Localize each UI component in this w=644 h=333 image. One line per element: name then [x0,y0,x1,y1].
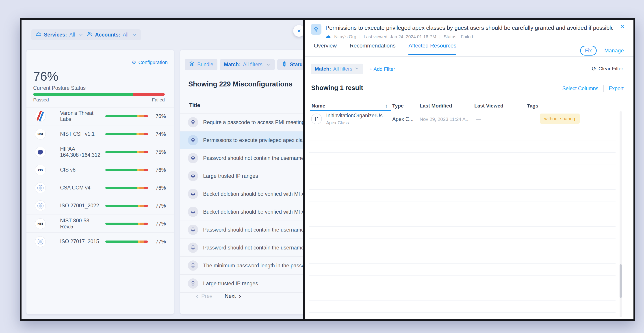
framework-row[interactable]: CSA CCM v4 76% [26,179,174,197]
framework-logo-icon [35,200,46,211]
posture-status-card: ⚙ Configuration 76% Current Posture Stat… [26,50,174,315]
clear-filter-button[interactable]: ↺ Clear Filter [591,66,623,72]
resource-type: Apex C... [392,116,414,122]
column-type[interactable]: Type [392,103,404,109]
framework-row[interactable]: ISO 27017_2015 77% [26,233,174,250]
services-value: All [69,32,75,38]
empty-row-separators [309,128,616,319]
detail-close-button[interactable]: × [620,22,624,30]
posture-score: 76% [33,69,58,83]
failed-segment [133,93,165,96]
column-tags[interactable]: Tags [527,103,538,109]
framework-percent: 77% [156,239,166,245]
column-last-viewed[interactable]: Last Viewed [474,103,504,109]
column-name[interactable]: Name [312,103,325,109]
match-label: Match: [224,62,240,68]
traffic-light-icon [281,61,287,68]
configuration-link[interactable]: ⚙ Configuration [132,59,168,65]
framework-name: ISO 27017_2015 [60,239,99,245]
select-columns-link[interactable]: Select Columns [562,85,598,92]
misconfiguration-label: Password should not contain the username… [203,155,310,161]
status-value: Failed [461,34,473,39]
detail-tab[interactable]: Overview [314,42,337,55]
gear-icon: ⚙ [132,60,136,65]
layers-icon [189,61,195,68]
table-row[interactable]: InitInvitationOrganizerUs... Apex Class … [305,111,629,128]
framework-row[interactable]: Varonis Threat Labs 76% [26,107,174,125]
bundle-chip[interactable]: Bundle [185,59,218,70]
scrollbar-thumb[interactable] [620,264,622,298]
posture-score-caption: Current Posture Status [33,85,86,91]
title-column-header: Title [189,102,200,108]
framework-percent: 74% [156,131,166,137]
detail-panel: Permissions to execute privileged apex c… [303,20,634,319]
misconfiguration-label: The minimum password length in the passw… [203,263,310,269]
framework-name: HIPAA 164.308+164.312 [60,146,102,158]
framework-name: NIST CSF v1.1 [60,131,94,137]
app-frame: Services: All Accounts: All ⚙ [20,18,635,321]
next-page-button[interactable]: Next › [224,293,241,300]
framework-row[interactable]: CIS CIS v8 76% [26,161,174,179]
framework-name: CIS v8 [60,167,76,173]
services-label: Services: [44,32,67,38]
scrollbar[interactable] [620,111,622,317]
accounts-filter-chip[interactable]: Accounts: All [82,29,141,40]
column-last-modified[interactable]: Last Modified [420,103,452,109]
match-filter-chip[interactable]: Match: All filters [311,64,363,74]
match-value: All filters [243,62,262,68]
misconfiguration-label: Permissions to execute privileged apex c… [203,137,313,143]
framework-progress-bar [105,115,148,117]
framework-progress-bar [105,223,148,225]
framework-logo-icon: CIS [35,165,46,175]
framework-percent: 76% [156,167,166,173]
export-link[interactable]: Export [609,85,624,92]
fix-button[interactable]: Fix [580,46,597,55]
pagination: ‹ Prev Next › [196,293,241,300]
misconfiguration-label: Large trusted IP ranges [203,173,258,179]
framework-logo-icon [35,236,46,247]
sort-ascending-icon[interactable]: ↑ [385,103,388,109]
prev-page-button[interactable]: ‹ Prev [196,293,212,300]
misconfig-heading: Showing 229 Misconfigurations [188,80,292,88]
fix-label: Fix [585,48,592,54]
table-actions: Select Columns Export [562,85,624,92]
divider: | [359,34,360,39]
resource-last-viewed: — [476,117,481,122]
framework-row[interactable]: HIPAA 164.308+164.312 75% [26,143,174,161]
framework-progress-bar [105,205,148,207]
lightbulb-icon [188,261,198,271]
framework-progress-bar [105,151,148,153]
resource-last-modified: Nov 29, 2023 11:24 A... [420,117,470,122]
add-filter-button[interactable]: + Add Filter [370,66,395,72]
salesforce-cloud-icon [326,34,331,40]
framework-row[interactable]: NIST NIST CSF v1.1 74% [26,125,174,143]
resource-tag-badge: without sharing [540,113,580,124]
detail-tab[interactable]: Recommendations [350,42,396,55]
match-label: Match: [315,66,331,72]
framework-percent: 77% [156,203,166,209]
accounts-label: Accounts: [95,32,120,38]
framework-list: Varonis Threat Labs 76% NIST NIST CSF v1… [26,107,174,250]
chevron-down-icon [354,66,359,72]
services-filter-chip[interactable]: Services: All [32,29,88,40]
framework-row[interactable]: NIST NIST 800-53 Rev.5 77% [26,215,174,233]
divider: | [439,34,440,39]
bundle-label: Bundle [197,62,214,68]
resource-name[interactable]: InitInvitationOrganizerUs... [326,113,387,119]
org-name: Nitay's Org [334,34,356,39]
framework-name: ISO 27001_2022 [60,203,99,209]
document-icon [311,113,322,124]
framework-row[interactable]: ISO 27001_2022 77% [26,197,174,215]
status-label: Status: [444,34,458,39]
misconfiguration-label: Require a passcode to access PMI meeting… [203,119,307,125]
lightbulb-icon [311,24,322,35]
detail-tab[interactable]: Affected Resources [408,42,456,55]
manage-link[interactable]: Manage [604,47,624,54]
match-filter-chip[interactable]: Match: All filters [220,59,275,70]
framework-name: Varonis Threat Labs [60,110,102,122]
passed-segment [33,93,133,96]
detail-tabs: OverviewRecommendationsAffected Resource… [314,42,456,55]
lightbulb-icon [188,207,198,217]
framework-name: NIST 800-53 Rev.5 [60,218,102,230]
posture-bar-labels: Passed Failed [33,97,165,103]
